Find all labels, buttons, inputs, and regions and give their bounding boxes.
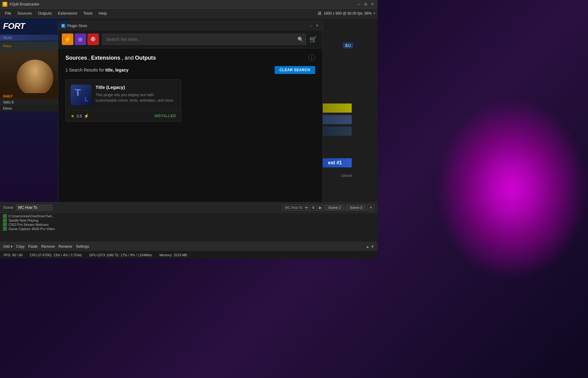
restore-button[interactable]: ⧉	[363, 2, 368, 7]
best-badge: est #1	[318, 158, 352, 167]
modal-controls: ─ ✕	[308, 23, 319, 28]
plugin-card-footer: ★ 3.5 ⚡ INSTALLED	[66, 110, 181, 121]
search-button[interactable]: 🔍	[298, 36, 304, 42]
gpu-label: GPU (GTX 1080 Ti):	[89, 253, 119, 257]
cpu-status: CPU (i7-6700): 13% / 4% / 3.7GHz	[30, 253, 82, 257]
plugin-icon-letter-t: T	[75, 87, 81, 98]
source-name-2: C922 Pro Stream Webcam	[9, 223, 48, 226]
plugin-name: Title (Legacy)	[96, 85, 176, 90]
content-area: FORT SEAS Place DAILY SMG B Elimin P	[0, 18, 378, 202]
toolbar-paste[interactable]: Paste	[28, 244, 38, 249]
plugin-icon: T L	[71, 85, 91, 105]
window-controls: ─ ⧉ ✕	[356, 2, 375, 7]
toolbar-rename[interactable]: Rename	[58, 244, 72, 249]
menu-sources[interactable]: Sources	[15, 10, 34, 17]
plugin-card[interactable]: T L Title (Legacy) This plugin lets you …	[65, 79, 181, 122]
extensions-tab-symbol: ◎	[78, 36, 83, 42]
heading-main: Sources , Extensions , and Outputs	[65, 55, 156, 61]
search-query: title, legacy	[105, 68, 129, 72]
result-label-text: Search Results for	[69, 68, 104, 72]
source-checkbox-3[interactable]	[3, 227, 7, 231]
scene-tabs-dropdown: WC How To ⚙ ▶	[282, 205, 323, 211]
cancel-label: cancel	[341, 173, 352, 178]
close-button[interactable]: ✕	[370, 2, 375, 7]
resolution-dropdown-icon[interactable]: ▾	[374, 12, 375, 15]
modal-title-text: Plugin Store	[67, 24, 308, 28]
modal-minimize-button[interactable]: ─	[308, 23, 313, 28]
heading-extensions: Extensions	[91, 55, 120, 61]
search-results-line: 1 Search Results for title, legacy CLEAR…	[65, 66, 315, 74]
scene-tab-3[interactable]: Scene 3	[346, 205, 366, 211]
source-checkbox-2[interactable]	[3, 223, 7, 226]
source-checkbox-1[interactable]	[3, 219, 7, 222]
pink-explosion	[436, 98, 588, 280]
toolbar-settings[interactable]: Settings	[76, 244, 89, 249]
cpu-label: CPU (i7-6700):	[30, 253, 52, 257]
resolution-display: 1600 x 900 @ 60.00 fps, 96%	[324, 11, 372, 16]
place-label: Place	[3, 44, 12, 48]
plugin-description: This plugin lets you display text with c…	[96, 92, 176, 103]
cart-button[interactable]: 🛒	[307, 33, 319, 45]
modal-title-bar: P Plugin Store ─ ✕	[58, 22, 322, 30]
menu-help[interactable]: Help	[96, 10, 109, 17]
result-count: 1	[65, 68, 68, 72]
plugin-info: Title (Legacy) This plugin lets you disp…	[96, 85, 176, 105]
outputs-tab-icon[interactable]: 🎯	[87, 33, 99, 45]
source-item-0: C:\Users\ricke\OneDrive\Twit...	[3, 214, 375, 218]
plugin-store-content: Sources , Extensions , and Outputs i 1	[58, 48, 322, 202]
toolbar-add[interactable]: Add ▾	[3, 244, 12, 249]
xsplit-window: X XSplit Broadcaster ─ ⧉ ✕ File Sources …	[0, 0, 378, 259]
search-input[interactable]	[102, 34, 306, 45]
memory-value: 2519 MB	[174, 253, 187, 257]
menu-tools[interactable]: Tools	[81, 10, 95, 17]
scene-settings-button[interactable]: ⚙	[310, 205, 317, 211]
source-name-1: Spotify Now Playing	[9, 219, 38, 222]
search-container: 🔍	[102, 34, 306, 45]
add-scene-button[interactable]: +	[367, 204, 375, 211]
extensions-tab-icon[interactable]: ◎	[75, 33, 86, 45]
fps-value: 60 / 60	[12, 253, 23, 257]
outputs-tab-symbol: 🎯	[90, 36, 96, 42]
scenes-bar: Scene WC How To ⚙ ▶ Scene 2 Scene 3 +	[0, 202, 378, 213]
section-heading: Sources , Extensions , and Outputs i	[65, 54, 315, 61]
menu-outputs[interactable]: Outputs	[36, 10, 55, 17]
source-item-2: C922 Pro Stream Webcam	[3, 223, 375, 226]
sources-tab-icon[interactable]: ⚡	[62, 33, 73, 45]
title-bar: X XSplit Broadcaster ─ ⧉ ✕	[0, 0, 378, 9]
app-title: XSplit Broadcaster	[9, 2, 356, 6]
search-results-text: 1 Search Results for title, legacy	[65, 68, 129, 72]
modal-close-button[interactable]: ✕	[315, 23, 319, 28]
ui-bar-yellow	[318, 103, 352, 113]
toolbar-copy[interactable]: Copy	[16, 244, 25, 249]
heading-sep2: , and	[121, 55, 134, 61]
plugin-store-header: ⚡ ◎ 🎯 🔍 🛒	[58, 30, 322, 48]
memory-status: Memory: 2519 MB	[159, 253, 187, 257]
info-icon[interactable]: i	[308, 54, 315, 61]
source-checkbox-0[interactable]	[3, 214, 7, 218]
clear-search-button[interactable]: CLEAR SEARCH	[275, 66, 315, 74]
ui-bar-darkblue	[318, 127, 352, 136]
heading-outputs: Outputs	[135, 55, 156, 61]
scenes-dropdown[interactable]: WC How To	[282, 205, 309, 211]
lightning-icon: ⚡	[84, 114, 89, 118]
source-item-3: Game Capture 4K60 Pro Video	[3, 227, 375, 231]
heading-sep1: ,	[88, 55, 90, 61]
gpu-status: GPU (GTX 1080 Ti): 17% / 9% / 1164MHz	[89, 253, 152, 257]
arrow-down-icon[interactable]: ▼	[370, 244, 375, 249]
menu-file[interactable]: File	[2, 10, 14, 17]
rating-section: ★ 3.5 ⚡	[71, 114, 89, 118]
ui-bars	[318, 103, 352, 136]
scene-tabs-right: WC How To ⚙ ▶ Scene 2 Scene 3 +	[282, 204, 375, 211]
source-item-1: Spotify Now Playing	[3, 219, 375, 222]
toolbar-remove[interactable]: Remove	[41, 244, 55, 249]
arrow-up-icon[interactable]: ▲	[365, 244, 370, 249]
ui-bar-blue	[318, 115, 352, 124]
scene-name-input[interactable]	[16, 205, 52, 211]
menu-extensions[interactable]: Extensions	[55, 10, 80, 17]
minimize-button[interactable]: ─	[356, 2, 362, 7]
plugin-store-icon: P	[61, 24, 65, 28]
scene-tab-2[interactable]: Scene 2	[324, 205, 344, 211]
scene-arrow-button[interactable]: ▶	[318, 205, 323, 211]
eu-badge: EU	[343, 43, 353, 48]
monitor-icon: 🖥	[317, 11, 322, 16]
